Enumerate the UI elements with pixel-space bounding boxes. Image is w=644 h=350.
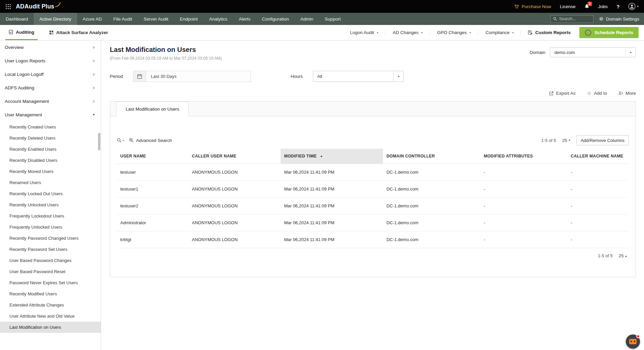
table-row[interactable]: testuser ANONYMOUS LOGON Mar 06,2024 11:… <box>117 164 629 181</box>
jobs-link[interactable]: Jobs <box>598 4 608 9</box>
nav-tab-analytics[interactable]: Analytics <box>203 13 233 25</box>
license-link[interactable]: License <box>560 4 576 9</box>
sidebar-item-password-never-expires-set-users[interactable]: Password Never Expires Set Users <box>0 277 101 288</box>
menu-ad-changes[interactable]: AD Changes ▾ <box>386 30 430 35</box>
purchase-now-link[interactable]: Purchase Now <box>514 4 551 9</box>
period-picker[interactable]: Last 30 Days <box>133 71 251 82</box>
sidebar-item-recently-password-set-users[interactable]: Recently Password Set Users <box>0 244 101 255</box>
sidebar-item-user-attribute-new-and-old-value[interactable]: User Attribute New and Old Value <box>0 311 101 322</box>
global-search-box[interactable] <box>550 15 593 23</box>
nav-tab-endpoint[interactable]: Endpoint <box>174 13 203 25</box>
column-header-domain-controller[interactable]: DOMAIN CONTROLLER <box>383 149 480 164</box>
user-menu-button[interactable]: ▾ <box>628 3 639 10</box>
chevron-down-icon: ▾ <box>637 5 639 8</box>
nav-tab-active-directory[interactable]: Active Directory <box>34 13 77 25</box>
advanced-search-label: Advanced Search <box>136 138 172 143</box>
sidebar-item-user-based-password-reset[interactable]: User Based Password Reset <box>0 266 101 277</box>
notifications-button[interactable]: 2 <box>584 4 589 9</box>
tab-auditing[interactable]: Auditing <box>5 25 38 40</box>
sidebar-item-overview[interactable]: Overview › <box>0 40 101 54</box>
hours-select[interactable]: All ▾ <box>313 71 404 82</box>
column-header-caller-user-name[interactable]: CALLER USER NAME <box>189 149 281 164</box>
top-bar: ADAudit Plus Purchase Now License 2 Jobs… <box>0 0 644 13</box>
sidebar-item-renamed-users[interactable]: Renamed Users <box>0 177 101 188</box>
sidebar-item-recently-locked-out-users[interactable]: Recently Locked Out Users <box>0 188 101 199</box>
sidebar-scrollbar[interactable] <box>98 133 100 150</box>
footer-page-size-value: 25 <box>619 253 623 258</box>
table-row[interactable]: testuser2 ANONYMOUS LOGON Mar 06,2024 11… <box>117 198 629 214</box>
tab-last-modification-on-users[interactable]: Last Modification on Users <box>116 101 189 116</box>
sidebar-item-frequently-unlocked-users[interactable]: Frequently Unlocked Users <box>0 222 101 233</box>
nav-tab-alerts[interactable]: Alerts <box>233 13 256 25</box>
table-row[interactable]: Administrator ANONYMOUS LOGON Mar 06,202… <box>117 214 629 231</box>
footer-page-size-select[interactable]: 25 ▴ <box>619 253 627 258</box>
cell-caller-user-name: ANONYMOUS LOGON <box>189 214 281 231</box>
nav-tab-dashboard[interactable]: Dashboard <box>0 13 34 25</box>
schedule-reports-button[interactable]: Schedule Reports <box>579 27 639 38</box>
apps-grid-icon[interactable] <box>5 4 11 9</box>
purchase-now-label: Purchase Now <box>521 4 551 9</box>
column-header-modified-attributes[interactable]: MODIFIED ATTRIBUTES <box>480 149 567 164</box>
sidebar-item-recently-password-changed-users[interactable]: Recently Password Changed Users <box>0 233 101 244</box>
table-row[interactable]: testuser1 ANONYMOUS LOGON Mar 06,2024 11… <box>117 181 629 198</box>
sidebar-item-recently-created-users[interactable]: Recently Created Users <box>0 121 101 133</box>
sidebar-item-frequently-lockedout-users[interactable]: Frequently Lockedout Users <box>0 210 101 222</box>
gear-icon <box>599 17 604 21</box>
menu-compliance[interactable]: Compliance ▾ <box>478 30 521 35</box>
column-header-modified-time[interactable]: MODIFIED TIME ▾ <box>281 149 383 164</box>
sidebar-item-last-modification-on-users[interactable]: Last Modification on Users <box>0 322 101 333</box>
sidebar-item-recently-disabled-users[interactable]: Recently Disabled Users <box>0 155 101 166</box>
domain-label: Domain <box>529 50 545 55</box>
nav-tab-file-audit[interactable]: File Audit <box>108 13 138 25</box>
sidebar-item-extended-attribute-changes[interactable]: Extended Attribute Changes <box>0 299 101 311</box>
cell-modified-time: Mar 06,2024 11:41:09 PM <box>281 164 383 181</box>
domain-select[interactable]: demo.com ▾ <box>550 47 636 57</box>
report-tabstrip: Last Modification on Users <box>110 101 636 116</box>
sidebar-item-local-logon-logoff[interactable]: Local Logon-Logoff › <box>0 67 101 81</box>
nav-tab-azure-ad[interactable]: Azure AD <box>77 13 108 25</box>
footer-pagination-range: 1-5 of 5 <box>598 253 613 258</box>
advanced-search-button[interactable]: Advanced Search <box>129 138 172 143</box>
page-size-select[interactable]: 25 ▾ <box>562 138 570 143</box>
nav-tab-support[interactable]: Support <box>319 13 346 25</box>
add-to-button[interactable]: ☆ Add to <box>587 91 607 96</box>
sidebar-item-recently-modified-users[interactable]: Recently Modified Users <box>0 288 101 299</box>
table-row[interactable]: krbtgt ANONYMOUS LOGON Mar 06,2024 11:41… <box>117 231 629 248</box>
column-header-user-name[interactable]: USER NAME <box>117 149 189 164</box>
sidebar-item-recently-deleted-users[interactable]: Recently Deleted Users <box>0 133 101 144</box>
app-logo[interactable]: ADAudit Plus <box>16 3 62 10</box>
sidebar-item-user-based-password-changes[interactable]: User Based Password Changes <box>0 255 101 266</box>
tab-auditing-label: Auditing <box>16 30 34 35</box>
pagination-range: 1-5 of 5 <box>541 138 556 143</box>
chat-notification-badge <box>636 334 640 338</box>
cell-caller-user-name: ANONYMOUS LOGON <box>189 198 281 214</box>
sidebar-item-account-management[interactable]: Account Management › <box>0 94 101 108</box>
menu-gpo-changes[interactable]: GPO Changes ▾ <box>430 30 478 35</box>
sidebar-item-recently-enabled-users[interactable]: Recently Enabled Users <box>0 144 101 155</box>
cell-modified-attributes: - <box>480 214 567 231</box>
support-chat-button[interactable] <box>626 334 640 349</box>
tab-attack-surface-analyzer[interactable]: Attack Surface Analyzer <box>46 25 111 40</box>
add-remove-columns-button[interactable]: Add/Remove Columns <box>576 135 629 145</box>
export-as-button[interactable]: Export As <box>549 91 576 96</box>
sidebar-item-adfs-auditing[interactable]: ADFS Auditing › <box>0 81 101 94</box>
search-input[interactable] <box>559 17 589 21</box>
menu-compliance-label: Compliance <box>485 30 509 35</box>
sidebar-item-recently-moved-users[interactable]: Recently Moved Users <box>0 166 101 177</box>
cell-modified-time: Mar 06,2024 11:41:09 PM <box>281 181 383 198</box>
domain-select-value: demo.com <box>550 50 625 55</box>
domain-settings-button[interactable]: Domain Settings <box>599 17 639 22</box>
column-header-caller-machine-name[interactable]: CALLER MACHINE NAME <box>568 149 629 164</box>
help-icon[interactable]: ? <box>616 4 619 9</box>
chevron-right-icon: › <box>93 58 95 63</box>
menu-logon-audit[interactable]: Logon Audit ▾ <box>343 30 385 35</box>
custom-reports-button[interactable]: Custom Reports <box>521 30 577 35</box>
nav-tab-admin[interactable]: Admin <box>295 13 319 25</box>
more-button[interactable]: More <box>618 91 636 96</box>
sidebar-item-recently-unlocked-users[interactable]: Recently Unlocked Users <box>0 199 101 210</box>
nav-tab-configuration[interactable]: Configuration <box>256 13 295 25</box>
sidebar-item-user-management[interactable]: User Management ▾ <box>0 108 101 121</box>
column-search-button[interactable]: ▾ <box>117 138 124 143</box>
sidebar-item-user-logon-reports[interactable]: User Logon Reports › <box>0 54 101 67</box>
nav-tab-server-audit[interactable]: Server Audit <box>138 13 174 25</box>
